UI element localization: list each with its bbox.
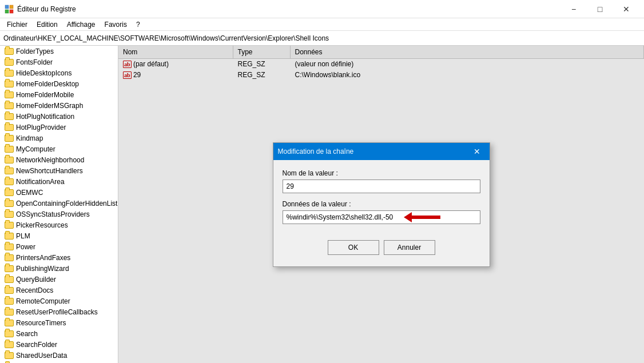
folder-icon bbox=[5, 48, 14, 55]
folder-icon bbox=[5, 341, 14, 348]
tree-item-26[interactable]: Search bbox=[0, 328, 118, 339]
tree-item-4[interactable]: HomeFolderMobile bbox=[0, 89, 118, 100]
folder-icon bbox=[5, 330, 14, 337]
tree-item-label: FontsFolder bbox=[16, 58, 53, 66]
tree-item-29[interactable]: Shell Folders bbox=[0, 361, 118, 363]
tree-item-15[interactable]: OSSyncStatusProviders bbox=[0, 209, 118, 220]
folder-icon bbox=[5, 320, 14, 326]
tree-item-label: NewShortcutHandlers bbox=[16, 167, 83, 175]
dialog-data-label: Données de la valeur : bbox=[283, 200, 480, 208]
ok-button[interactable]: OK bbox=[328, 240, 379, 255]
main-content: FolderTypesFontsFolderHideDesktopIconsHo… bbox=[0, 46, 644, 363]
tree-item-0[interactable]: FolderTypes bbox=[0, 46, 118, 57]
tree-item-10[interactable]: NetworkNeighborhood bbox=[0, 154, 118, 165]
tree-item-label: PLM bbox=[16, 232, 30, 240]
tree-item-7[interactable]: HotPlugProvider bbox=[0, 122, 118, 133]
tree-item-22[interactable]: RecentDocs bbox=[0, 285, 118, 296]
app-icon bbox=[5, 5, 14, 14]
tree-item-6[interactable]: HotPlugNotification bbox=[0, 111, 118, 122]
tree-item-20[interactable]: PublishingWizard bbox=[0, 263, 118, 274]
folder-icon bbox=[5, 157, 14, 163]
tree-item-5[interactable]: HomeFolderMSGraph bbox=[0, 100, 118, 111]
tree-item-12[interactable]: NotificationArea bbox=[0, 176, 118, 187]
tree-item-label: OpenContainingFolderHiddenList bbox=[16, 200, 117, 208]
tree-item-label: ResourceTimers bbox=[16, 319, 66, 327]
folder-icon bbox=[5, 352, 14, 359]
tree-item-19[interactable]: PrintersAndFaxes bbox=[0, 252, 118, 263]
folder-icon bbox=[5, 309, 14, 316]
arrow-head bbox=[404, 212, 412, 222]
tree-item-21[interactable]: QueryBuilder bbox=[0, 274, 118, 285]
tree-item-24[interactable]: ResetUserProfileCallbacks bbox=[0, 306, 118, 317]
tree-item-27[interactable]: SearchFolder bbox=[0, 339, 118, 350]
folder-icon bbox=[5, 70, 14, 77]
tree-item-label: PublishingWizard bbox=[16, 265, 69, 273]
dialog-name-input[interactable] bbox=[283, 179, 480, 193]
arrow-body bbox=[412, 216, 440, 219]
folder-icon bbox=[5, 167, 14, 174]
tree-item-label: HotPlugProvider bbox=[16, 123, 66, 131]
tree-item-23[interactable]: RemoteComputer bbox=[0, 296, 118, 306]
tree-item-25[interactable]: ResourceTimers bbox=[0, 317, 118, 328]
title-bar-title: Éditeur du Registre bbox=[17, 5, 76, 13]
menu-item-edition[interactable]: Edition bbox=[32, 19, 62, 30]
dialog-title-bar: Modification de la chaîne ✕ bbox=[273, 143, 490, 160]
tree-item-8[interactable]: Kindmap bbox=[0, 133, 118, 143]
right-panel: Nom Type Données ab (par défaut)REG_SZ(v… bbox=[118, 46, 644, 363]
dialog-overlay: Modification de la chaîne ✕ Nom de la va… bbox=[118, 46, 644, 363]
svg-rect-2 bbox=[5, 10, 9, 13]
title-bar: Éditeur du Registre − □ ✕ bbox=[0, 0, 644, 18]
minimize-button[interactable]: − bbox=[560, 0, 587, 18]
menu-item-fichier[interactable]: Fichier bbox=[2, 19, 32, 30]
folder-icon bbox=[5, 146, 14, 153]
close-button[interactable]: ✕ bbox=[613, 0, 639, 18]
dialog-close-button[interactable]: ✕ bbox=[469, 143, 485, 159]
folder-icon bbox=[5, 59, 14, 66]
tree-item-label: HomeFolderDesktop bbox=[16, 80, 79, 88]
folder-icon bbox=[5, 189, 14, 196]
folder-icon bbox=[5, 276, 14, 283]
tree-item-label: PickerResources bbox=[16, 221, 68, 229]
cancel-button[interactable]: Annuler bbox=[384, 240, 435, 255]
folder-icon bbox=[5, 233, 14, 240]
tree-item-label: QueryBuilder bbox=[16, 276, 56, 284]
folder-icon bbox=[5, 287, 14, 294]
tree-item-3[interactable]: HomeFolderDesktop bbox=[0, 78, 118, 89]
menu-item-favoris[interactable]: Favoris bbox=[100, 19, 132, 30]
tree-item-label: OSSyncStatusProviders bbox=[16, 210, 90, 218]
tree-item-11[interactable]: NewShortcutHandlers bbox=[0, 165, 118, 176]
tree-item-label: FolderTypes bbox=[16, 47, 54, 55]
tree-item-28[interactable]: SharedUserData bbox=[0, 350, 118, 361]
title-bar-left: Éditeur du Registre bbox=[5, 5, 76, 14]
tree-item-9[interactable]: MyComputer bbox=[0, 143, 118, 154]
tree-item-label: SearchFolder bbox=[16, 341, 57, 349]
tree-item-2[interactable]: HideDesktopIcons bbox=[0, 67, 118, 78]
folder-icon bbox=[5, 81, 14, 87]
menu-bar: FichierEditionAffichageFavoris? bbox=[0, 18, 644, 31]
dialog-data-input[interactable] bbox=[283, 210, 480, 224]
tree-item-13[interactable]: OEMWC bbox=[0, 187, 118, 198]
tree-item-1[interactable]: FontsFolder bbox=[0, 57, 118, 67]
tree-item-18[interactable]: Power bbox=[0, 241, 118, 252]
title-bar-controls: − □ ✕ bbox=[560, 0, 639, 18]
svg-rect-3 bbox=[10, 10, 13, 13]
tree-item-14[interactable]: OpenContainingFolderHiddenList bbox=[0, 198, 118, 209]
dialog-buttons: OK Annuler bbox=[283, 240, 480, 257]
folder-icon bbox=[5, 265, 14, 272]
maximize-button[interactable]: □ bbox=[587, 0, 613, 18]
folder-icon bbox=[5, 178, 14, 185]
svg-rect-1 bbox=[10, 5, 13, 9]
menu-item-affichage[interactable]: Affichage bbox=[62, 19, 100, 30]
tree-panel[interactable]: FolderTypesFontsFolderHideDesktopIconsHo… bbox=[0, 46, 118, 363]
folder-icon bbox=[5, 102, 14, 109]
tree-item-17[interactable]: PLM bbox=[0, 230, 118, 241]
tree-item-16[interactable]: PickerResources bbox=[0, 220, 118, 230]
tree-item-label: MyComputer bbox=[16, 145, 55, 153]
dialog-body: Nom de la valeur : Données de la valeur … bbox=[273, 160, 490, 266]
tree-item-label: OEMWC bbox=[16, 189, 43, 197]
tree-item-label: RemoteComputer bbox=[16, 297, 70, 305]
svg-rect-0 bbox=[5, 5, 9, 9]
menu-item-?[interactable]: ? bbox=[132, 19, 145, 30]
folder-icon bbox=[5, 135, 14, 142]
tree-item-label: NetworkNeighborhood bbox=[16, 156, 84, 164]
